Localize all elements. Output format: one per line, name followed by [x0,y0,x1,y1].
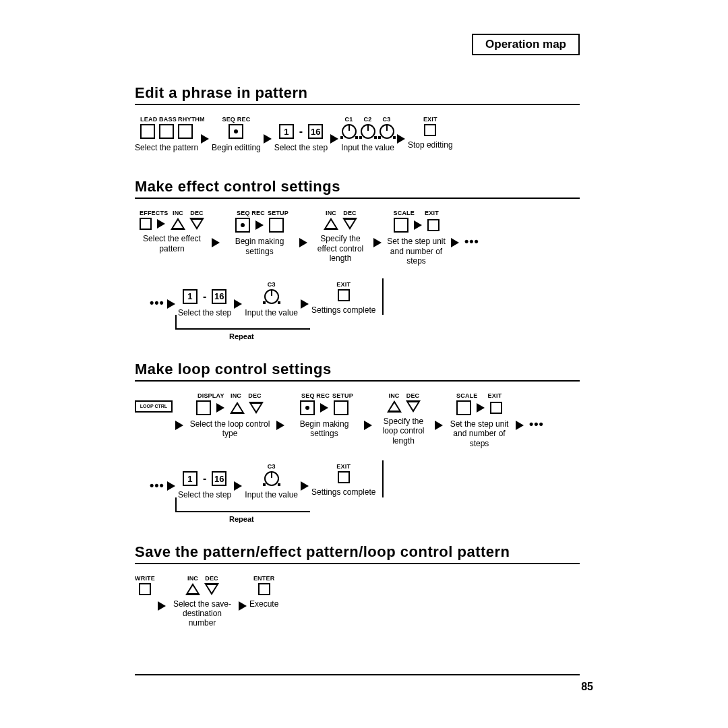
arrow-icon [451,238,459,247]
ellipsis-icon: ••• [529,417,544,431]
arrow-icon [516,421,524,430]
stage-select-pattern: LEAD BASS RHYTHM Select the pattern [135,113,198,152]
button-lead[interactable] [140,124,155,139]
label-c3: C3 [264,463,279,470]
caption: Set the step unit and number of steps [446,419,513,448]
bottom-rule [135,674,580,675]
label-dec: DEC [342,210,357,216]
section-edit: Edit a phrase in pattern LEAD BASS RHYTH… [135,84,580,152]
button-exit[interactable] [424,124,436,136]
label-inc: INC [324,210,338,216]
stage-input-value: C3 Input the value [245,460,298,499]
caption: Settings complete [311,305,375,315]
caption: Stop editting [408,140,453,150]
button-display[interactable] [196,400,211,415]
arrow-icon [320,403,328,413]
section-title: Edit a phrase in pattern [135,84,580,105]
stage-settings-complete: EXIT Settings complete [311,278,384,315]
button-setup[interactable] [334,400,348,415]
stage-select-effect: EFFECTS INC DEC Select the effect patter… [135,207,209,253]
arrow-icon [234,299,242,309]
label-write: WRITE [135,575,155,582]
label-inc: INC [387,392,402,399]
button-exit[interactable] [427,219,439,231]
label-enter: ENTER [253,575,275,582]
label-seqrec: SEQ REC [222,116,250,123]
arrow-icon [234,481,242,491]
arrow-icon [364,421,372,430]
button-inc[interactable] [185,583,200,595]
step-16-button[interactable]: 16 [212,289,226,304]
caption: Begin editting [212,143,261,152]
button-inc[interactable] [171,218,185,230]
caption: Select the loop control type [186,419,274,439]
step-1-button[interactable]: 1 [183,471,198,486]
knob-c3[interactable] [380,124,394,139]
caption: Specify the effect control length [310,234,371,263]
button-dec[interactable] [406,400,421,413]
knob-c2[interactable] [361,124,375,139]
step-16-button[interactable]: 16 [308,124,323,139]
knob-c3[interactable] [264,289,279,304]
section-title: Save the pattern/effect pattern/loop con… [135,543,580,564]
step-1-button[interactable]: 1 [279,124,294,139]
label-inc: INC [171,210,185,216]
button-seqrec[interactable] [229,124,243,139]
label-setup: SETUP [268,210,282,216]
button-exit[interactable] [338,471,350,483]
label-dec: DEC [406,392,421,399]
button-inc[interactable] [387,400,402,413]
button-dec[interactable] [204,583,219,595]
button-bass[interactable] [159,124,174,139]
button-inc[interactable] [230,402,245,414]
arrow-icon [435,421,443,430]
arrow-icon [167,299,175,309]
ellipsis-icon: ••• [150,479,164,493]
arrow-icon [158,601,166,611]
arrow-icon [212,238,220,247]
button-loopctrl[interactable]: LOOP CTRL [135,400,173,413]
button-scale[interactable] [394,218,408,233]
label-dec: DEC [247,392,262,399]
button-exit[interactable] [490,402,502,414]
button-effects[interactable] [140,218,152,230]
label-effects: EFFECTS [140,210,154,216]
button-seqrec[interactable] [300,400,315,415]
button-scale[interactable] [456,400,471,415]
header-pill: Operation map [472,34,580,55]
label-scale: SCALE [456,392,471,399]
stage-input-value: C3 Input the value [245,278,298,317]
button-rhythm[interactable] [178,124,193,139]
button-setup[interactable] [269,218,284,233]
arrow-icon [239,601,247,611]
ellipsis-icon: ••• [150,296,164,310]
label-c3: C3 [380,116,394,123]
caption: Begin making settings [287,419,361,439]
step-16-button[interactable]: 16 [212,471,226,486]
button-inc[interactable] [324,218,338,230]
repeat-label: Repeat [229,515,254,523]
step-1-button[interactable]: 1 [183,289,198,304]
button-seqrec[interactable] [235,218,250,233]
label-c1: C1 [342,116,357,123]
label-rhythm: RHYTHM [178,116,193,123]
button-write[interactable] [139,583,151,595]
stage-begin-settings: SEQ REC SETUP Begin making settings [287,390,361,439]
label-c3: C3 [264,281,279,288]
arrow-icon [175,421,183,430]
stage-set-step: SCALE EXIT Set the step unit and number … [446,390,513,448]
stage-select-step: 1 - 16 Select the step [178,460,231,499]
caption: Select the effect pattern [135,234,209,253]
button-dec[interactable] [342,218,357,230]
knob-c3[interactable] [264,471,279,486]
knob-c1[interactable] [342,124,357,139]
button-dec[interactable] [249,402,264,414]
repeat-bracket: Repeat [175,500,580,524]
label-seqrec: SEQ REC [301,392,316,399]
arrow-icon [264,134,272,144]
stage-select-step: 1 - 16 Select the step [178,278,231,317]
button-exit[interactable] [338,289,350,301]
button-dec[interactable] [189,218,204,230]
button-enter[interactable] [258,583,270,595]
section-save: Save the pattern/effect pattern/loop con… [135,543,580,628]
